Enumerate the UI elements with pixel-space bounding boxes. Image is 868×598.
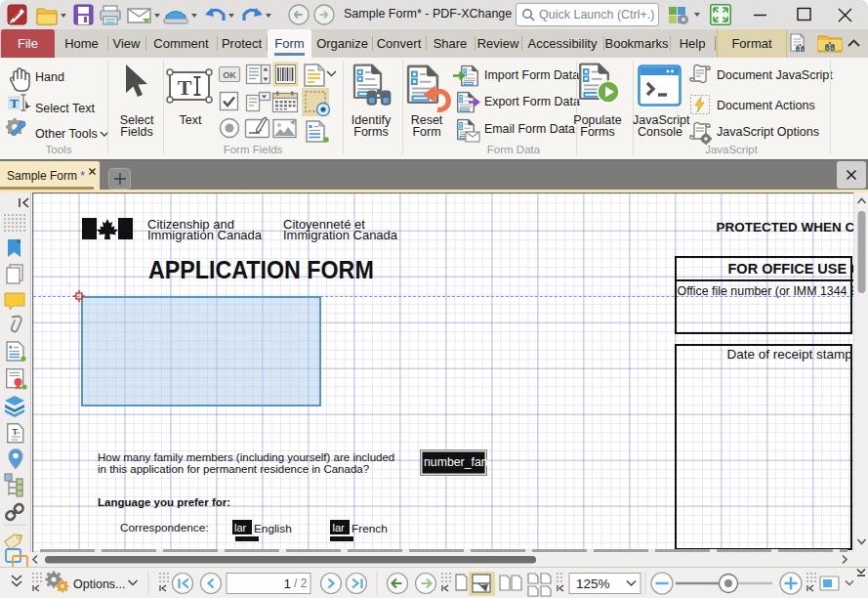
svg-text:/ 2: / 2 [294,577,308,590]
svg-text:T: T [178,75,192,100]
svg-text:T: T [10,96,19,110]
svg-text:1: 1 [283,577,291,591]
svg-text:OK: OK [223,70,236,80]
svg-text:125%: 125% [576,577,610,591]
svg-text:T: T [13,427,19,437]
